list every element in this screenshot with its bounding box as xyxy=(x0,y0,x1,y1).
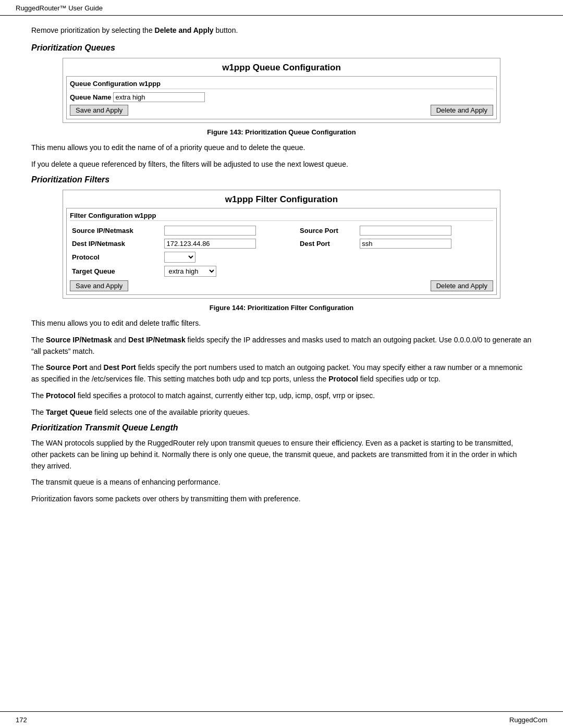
filter-row-protocol: Protocol tcp udp icmp ospf vrrp ipsec xyxy=(70,250,493,264)
protocol-label: Protocol xyxy=(70,250,162,264)
filter-para3-end: field specifies udp or tcp. xyxy=(358,375,440,383)
intro-text-after: button. xyxy=(214,26,238,34)
filter-row-dest: Dest IP/Netmask Dest Port xyxy=(70,237,493,250)
dest-ip-input[interactable] xyxy=(164,239,256,249)
filter-save-button[interactable]: Save and Apply xyxy=(70,280,128,291)
intro-bold: Delete and Apply xyxy=(155,26,214,34)
source-ip-input[interactable] xyxy=(164,226,256,236)
filter-para2-bold2: Dest IP/Netmask xyxy=(128,336,186,344)
filter-config-box: w1ppp Filter Configuration Filter Config… xyxy=(63,190,500,299)
intro-paragraph: Remove prioritization by selecting the D… xyxy=(31,25,532,36)
filter-config-inner: Filter Configuration w1ppp Source IP/Net… xyxy=(66,208,497,295)
source-port-input[interactable] xyxy=(360,226,451,236)
filter-para3-bold2: Dest Port xyxy=(104,363,136,372)
filter-para2-bold1: Source IP/Netmask xyxy=(46,336,112,344)
transmit-para3: Prioritization favors some packets over … xyxy=(31,493,532,505)
footer-brand: RuggedCom xyxy=(509,716,547,724)
filter-section-heading: Prioritization Filters xyxy=(31,175,532,184)
queue-para1: This menu allows you to edit the name of… xyxy=(31,142,532,154)
target-queue-label: Target Queue xyxy=(70,264,162,278)
filter-para4: The Protocol field specifies a protocol … xyxy=(31,390,532,402)
transmit-para2: The transmit queue is a means of enhanci… xyxy=(31,477,532,488)
filter-para3-prefix: The xyxy=(31,363,46,372)
queue-name-label: Queue Name xyxy=(70,93,111,101)
filter-para4-end: field specifies a protocol to match agai… xyxy=(76,391,375,400)
filter-para3-bold1: Source Port xyxy=(46,363,87,372)
filter-para5-prefix: The xyxy=(31,408,46,416)
filter-para3: The Source Port and Dest Port fields spe… xyxy=(31,362,532,385)
filter-form-table: Source IP/Netmask Source Port Dest IP/Ne… xyxy=(70,224,493,278)
transmit-section-heading: Prioritization Transmit Queue Length xyxy=(31,423,532,433)
transmit-para1: The WAN protocols supplied by the Rugged… xyxy=(31,438,532,472)
queue-figure-caption: Figure 143: Prioritization Queue Configu… xyxy=(31,128,532,136)
filter-config-title: w1ppp Filter Configuration xyxy=(63,190,500,208)
queue-config-box: w1ppp Queue Configuration Queue Configur… xyxy=(63,58,500,123)
queue-button-row: Save and Apply Delete and Apply xyxy=(70,105,493,116)
queue-config-title: w1ppp Queue Configuration xyxy=(63,58,500,76)
filter-para5-bold1: Target Queue xyxy=(46,408,92,416)
filter-delete-button[interactable]: Delete and Apply xyxy=(431,280,493,291)
filter-para1: This menu allows you to edit and delete … xyxy=(31,318,532,329)
filter-para3-bold3: Protocol xyxy=(328,375,358,383)
filter-para2-mid1: and xyxy=(112,336,128,344)
footer-bar: 172 RuggedCom xyxy=(0,711,563,728)
source-port-label: Source Port xyxy=(298,224,358,237)
queue-section-label: Queue Configuration w1ppp xyxy=(70,80,493,89)
dest-ip-label: Dest IP/Netmask xyxy=(70,237,162,250)
filter-figure-caption: Figure 144: Prioritization Filter Config… xyxy=(31,304,532,312)
queue-delete-button[interactable]: Delete and Apply xyxy=(431,105,493,116)
queue-name-row: Queue Name xyxy=(70,92,493,102)
queue-para2: If you delete a queue referenced by filt… xyxy=(31,159,532,170)
filter-button-row: Save and Apply Delete and Apply xyxy=(70,280,493,291)
source-ip-label: Source IP/Netmask xyxy=(70,224,162,237)
filter-para4-bold1: Protocol xyxy=(46,391,76,400)
protocol-select[interactable]: tcp udp icmp ospf vrrp ipsec xyxy=(164,252,195,263)
filter-row-target-queue: Target Queue extra high high medium low xyxy=(70,264,493,278)
target-queue-select[interactable]: extra high high medium low xyxy=(164,266,216,277)
header-bar: RuggedRouter™ User Guide xyxy=(0,0,563,16)
filter-para5: The Target Queue field selects one of th… xyxy=(31,407,532,418)
queue-config-inner: Queue Configuration w1ppp Queue Name Sav… xyxy=(66,76,497,119)
queue-section-heading: Prioritization Queues xyxy=(31,43,532,53)
header-title: RuggedRouter™ User Guide xyxy=(16,4,103,12)
queue-save-button[interactable]: Save and Apply xyxy=(70,105,128,116)
filter-para2: The Source IP/Netmask and Dest IP/Netmas… xyxy=(31,335,532,357)
footer-page-number: 172 xyxy=(16,716,27,724)
filter-para5-end: field selects one of the available prior… xyxy=(92,408,250,416)
filter-section-label: Filter Configuration w1ppp xyxy=(70,212,493,221)
content-area: Remove prioritization by selecting the D… xyxy=(0,16,563,711)
filter-para4-prefix: The xyxy=(31,391,46,400)
filter-para2-prefix: The xyxy=(31,336,46,344)
queue-name-input[interactable] xyxy=(113,92,205,102)
intro-text-before: Remove prioritization by selecting the xyxy=(31,26,155,34)
filter-para3-mid1: and xyxy=(87,363,103,372)
dest-port-label: Dest Port xyxy=(298,237,358,250)
filter-row-source: Source IP/Netmask Source Port xyxy=(70,224,493,237)
dest-port-input[interactable] xyxy=(360,239,451,249)
page-wrapper: RuggedRouter™ User Guide Remove prioriti… xyxy=(0,0,563,728)
